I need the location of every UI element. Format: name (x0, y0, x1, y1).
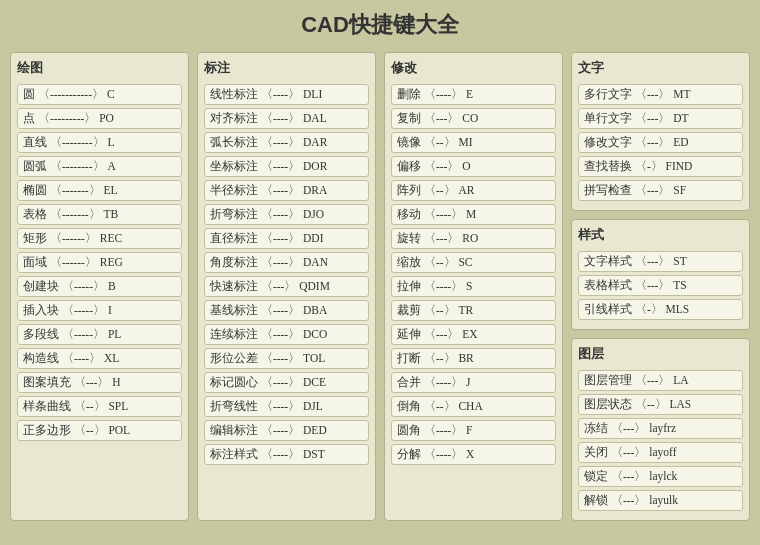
list-item: 形位公差 〈----〉 TOL (204, 348, 369, 369)
list-item: 创建块 〈-----〉 B (17, 276, 182, 297)
list-item: 关闭 〈---〉 layoff (578, 442, 743, 463)
list-item: 删除 〈----〉 E (391, 84, 556, 105)
list-item: 折弯标注 〈----〉 DJO (204, 204, 369, 225)
list-item: 拼写检查 〈---〉 SF (578, 180, 743, 201)
page-title: CAD快捷键大全 (10, 10, 750, 40)
section-style: 样式 文字样式 〈---〉 ST表格样式 〈---〉 TS引线样式 〈-〉 ML… (571, 219, 750, 330)
list-item: 表格样式 〈---〉 TS (578, 275, 743, 296)
section-text: 文字 多行文字 〈---〉 MT单行文字 〈---〉 DT修改文字 〈---〉 … (571, 52, 750, 211)
list-item: 移动 〈----〉 M (391, 204, 556, 225)
list-item: 缩放 〈--〉 SC (391, 252, 556, 273)
list-item: 快速标注 〈---〉 QDIM (204, 276, 369, 297)
section-drawing-title: 绘图 (17, 59, 182, 79)
main-grid: 绘图 圆 〈-----------〉 C点 〈---------〉 PO直线 〈… (10, 52, 750, 521)
list-item: 表格 〈-------〉 TB (17, 204, 182, 225)
list-item: 锁定 〈---〉 laylck (578, 466, 743, 487)
list-item: 线性标注 〈----〉 DLI (204, 84, 369, 105)
list-item: 基线标注 〈----〉 DBA (204, 300, 369, 321)
list-item: 打断 〈--〉 BR (391, 348, 556, 369)
list-item: 合并 〈----〉 J (391, 372, 556, 393)
list-item: 引线样式 〈-〉 MLS (578, 299, 743, 320)
section-layer-items: 图层管理 〈---〉 LA图层状态 〈--〉 LAS冻结 〈---〉 layfr… (578, 370, 743, 511)
list-item: 圆 〈-----------〉 C (17, 84, 182, 105)
list-item: 构造线 〈----〉 XL (17, 348, 182, 369)
list-item: 单行文字 〈---〉 DT (578, 108, 743, 129)
list-item: 文字样式 〈---〉 ST (578, 251, 743, 272)
list-item: 对齐标注 〈----〉 DAL (204, 108, 369, 129)
section-modify-title: 修改 (391, 59, 556, 79)
list-item: 半径标注 〈----〉 DRA (204, 180, 369, 201)
section-drawing-items: 圆 〈-----------〉 C点 〈---------〉 PO直线 〈---… (17, 84, 182, 441)
list-item: 修改文字 〈---〉 ED (578, 132, 743, 153)
list-item: 矩形 〈------〉 REC (17, 228, 182, 249)
list-item: 连续标注 〈----〉 DCO (204, 324, 369, 345)
section-dimension-items: 线性标注 〈----〉 DLI对齐标注 〈----〉 DAL弧长标注 〈----… (204, 84, 369, 465)
section-text-title: 文字 (578, 59, 743, 79)
list-item: 图层管理 〈---〉 LA (578, 370, 743, 391)
list-item: 弧长标注 〈----〉 DAR (204, 132, 369, 153)
list-item: 偏移 〈---〉 O (391, 156, 556, 177)
section-text-items: 多行文字 〈---〉 MT单行文字 〈---〉 DT修改文字 〈---〉 ED查… (578, 84, 743, 201)
list-item: 阵列 〈--〉 AR (391, 180, 556, 201)
list-item: 旋转 〈---〉 RO (391, 228, 556, 249)
section-modify-items: 删除 〈----〉 E复制 〈---〉 CO镜像 〈--〉 MI偏移 〈---〉… (391, 84, 556, 465)
list-item: 多段线 〈-----〉 PL (17, 324, 182, 345)
section-style-title: 样式 (578, 226, 743, 246)
list-item: 折弯线性 〈----〉 DJL (204, 396, 369, 417)
list-item: 坐标标注 〈----〉 DOR (204, 156, 369, 177)
section-style-items: 文字样式 〈---〉 ST表格样式 〈---〉 TS引线样式 〈-〉 MLS (578, 251, 743, 320)
list-item: 图层状态 〈--〉 LAS (578, 394, 743, 415)
list-item: 解锁 〈---〉 layulk (578, 490, 743, 511)
list-item: 裁剪 〈--〉 TR (391, 300, 556, 321)
section-layer: 图层 图层管理 〈---〉 LA图层状态 〈--〉 LAS冻结 〈---〉 la… (571, 338, 750, 521)
section-layer-title: 图层 (578, 345, 743, 365)
list-item: 点 〈---------〉 PO (17, 108, 182, 129)
list-item: 圆角 〈----〉 F (391, 420, 556, 441)
list-item: 插入块 〈-----〉 I (17, 300, 182, 321)
list-item: 面域 〈------〉 REG (17, 252, 182, 273)
list-item: 图案填充 〈---〉 H (17, 372, 182, 393)
section-drawing: 绘图 圆 〈-----------〉 C点 〈---------〉 PO直线 〈… (10, 52, 189, 521)
list-item: 标注样式 〈----〉 DST (204, 444, 369, 465)
section-modify: 修改 删除 〈----〉 E复制 〈---〉 CO镜像 〈--〉 MI偏移 〈-… (384, 52, 563, 521)
section-dimension-title: 标注 (204, 59, 369, 79)
list-item: 分解 〈----〉 X (391, 444, 556, 465)
list-item: 镜像 〈--〉 MI (391, 132, 556, 153)
list-item: 倒角 〈--〉 CHA (391, 396, 556, 417)
list-item: 延伸 〈---〉 EX (391, 324, 556, 345)
list-item: 多行文字 〈---〉 MT (578, 84, 743, 105)
section-dimension: 标注 线性标注 〈----〉 DLI对齐标注 〈----〉 DAL弧长标注 〈-… (197, 52, 376, 521)
list-item: 直径标注 〈----〉 DDI (204, 228, 369, 249)
list-item: 查找替换 〈-〉 FIND (578, 156, 743, 177)
list-item: 圆弧 〈--------〉 A (17, 156, 182, 177)
list-item: 编辑标注 〈----〉 DED (204, 420, 369, 441)
list-item: 椭圆 〈-------〉 EL (17, 180, 182, 201)
list-item: 拉伸 〈----〉 S (391, 276, 556, 297)
list-item: 标记圆心 〈----〉 DCE (204, 372, 369, 393)
list-item: 角度标注 〈----〉 DAN (204, 252, 369, 273)
list-item: 复制 〈---〉 CO (391, 108, 556, 129)
list-item: 直线 〈--------〉 L (17, 132, 182, 153)
list-item: 正多边形 〈--〉 POL (17, 420, 182, 441)
list-item: 样条曲线 〈--〉 SPL (17, 396, 182, 417)
right-column: 文字 多行文字 〈---〉 MT单行文字 〈---〉 DT修改文字 〈---〉 … (571, 52, 750, 521)
list-item: 冻结 〈---〉 layfrz (578, 418, 743, 439)
